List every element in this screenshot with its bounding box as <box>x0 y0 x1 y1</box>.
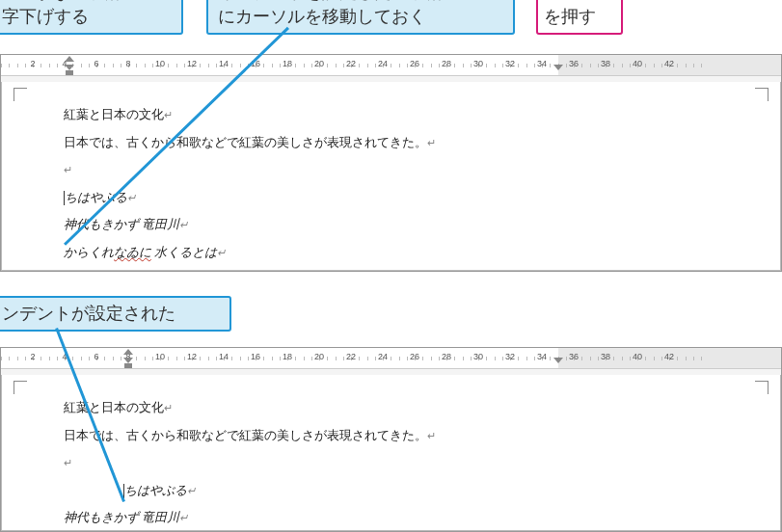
ruler-tick-8: 8 <box>121 59 136 68</box>
ruler-tick-14: 14 <box>216 352 231 361</box>
ruler-tick-20: 20 <box>311 352 327 361</box>
ruler-tick-6: 6 <box>89 352 104 361</box>
callout-box-1: Tab がない段落 字下げする <box>0 0 183 35</box>
page-corner-tl <box>13 88 27 101</box>
ruler-tick-40: 40 <box>630 352 645 361</box>
page-area-after[interactable]: 紅葉と日本の文化↵ 日本では、古くから和歌などで紅葉の美しさが表現されてきた。↵… <box>1 375 781 531</box>
ruler-tick-36: 36 <box>566 59 581 68</box>
ruler-tick-26: 26 <box>407 352 422 361</box>
ruler-tick-22: 22 <box>343 352 359 361</box>
callout-box-2: インデントを設定したい段落 にカーソルを移動しておく <box>206 0 515 35</box>
doc-paragraph-1-after: 日本では、古くから和歌などで紅葉の美しさが表現されてきた。↵ <box>64 422 751 450</box>
ruler-tick-20: 20 <box>311 59 327 68</box>
page-corner-tl-2 <box>13 381 27 394</box>
ruler-after[interactable]: 24681012141618202224262830323436384042 <box>1 348 781 369</box>
doc-poem-line-3: からくれなゐに 水くるとは↵ <box>64 239 751 267</box>
callout-box-4: ンデントが設定された <box>0 296 231 332</box>
ruler-tick-10: 10 <box>152 352 168 361</box>
ruler-tick-30: 30 <box>471 352 486 361</box>
ruler-first-line-indent-marker[interactable] <box>65 56 74 62</box>
ruler-tick-36: 36 <box>566 352 581 361</box>
doc-poem-line-2: 神代もきかず 竜田川↵ <box>64 211 751 239</box>
callout-2-line1: インデントを設定したい段落 <box>218 0 444 2</box>
ruler-tick-2: 2 <box>25 59 40 68</box>
page-corner-tr <box>755 88 769 101</box>
callout-3-line1: を押す <box>544 7 596 26</box>
ruler-tick-12: 12 <box>184 352 200 361</box>
ruler-left-indent-box[interactable] <box>66 70 73 75</box>
ruler-tick-18: 18 <box>280 352 295 361</box>
ruler-tick-14: 14 <box>216 59 231 68</box>
ruler-tick-10: 10 <box>152 59 168 68</box>
ruler-tick-6: 6 <box>89 59 104 68</box>
ruler-tick-24: 24 <box>375 352 391 361</box>
doc-blank-line: ↵ <box>64 156 751 184</box>
ruler-tick-40: 40 <box>630 59 645 68</box>
callout-2-line2: にカーソルを移動しておく <box>218 7 426 26</box>
callout-4-text: ンデントが設定された <box>2 304 175 323</box>
doc-title: 紅葉と日本の文化↵ <box>64 101 751 129</box>
ruler-right-indent-marker[interactable] <box>553 358 563 363</box>
ruler-tick-42: 42 <box>661 352 677 361</box>
ruler-tick-30: 30 <box>471 59 486 68</box>
ruler-tick-28: 28 <box>439 352 454 361</box>
doc-poem-line-2-after: 神代もきかず 竜田川↵ <box>64 504 751 532</box>
callout-1-line1: Tab がない段落 <box>2 0 121 2</box>
ruler-tick-22: 22 <box>343 59 359 68</box>
callout-box-3: X を押す <box>536 0 623 35</box>
ruler-tick-28: 28 <box>439 59 454 68</box>
ruler-tick-38: 38 <box>598 352 613 361</box>
doc-poem-line-1: ちはやぶる↵ <box>64 184 751 212</box>
ruler-tick-32: 32 <box>502 59 518 68</box>
ruler-tick-12: 12 <box>184 59 200 68</box>
page-area-before[interactable]: 紅葉と日本の文化↵ 日本では、古くから和歌などで紅葉の美しさが表現されてきた。↵… <box>1 82 781 271</box>
ruler-left-indent-box[interactable] <box>124 363 132 368</box>
ruler-right-indent-marker[interactable] <box>553 65 563 70</box>
document-window-before: 24681012141618202224262830323436384042 紅… <box>0 54 782 272</box>
ruler-tick-42: 42 <box>661 59 677 68</box>
ruler-first-line-indent-marker[interactable] <box>123 349 133 355</box>
ruler-tick-26: 26 <box>407 59 422 68</box>
document-window-after: 24681012141618202224262830323436384042 紅… <box>0 347 782 532</box>
ruler-before[interactable]: 24681012141618202224262830323436384042 <box>1 55 781 76</box>
ruler-tick-32: 32 <box>502 352 518 361</box>
ruler-tick-16: 16 <box>248 352 263 361</box>
ruler-tick-34: 34 <box>534 352 550 361</box>
page-corner-tr-2 <box>755 381 769 394</box>
ruler-tick-18: 18 <box>280 59 295 68</box>
ruler-tick-34: 34 <box>534 59 550 68</box>
ruler-tick-38: 38 <box>598 59 613 68</box>
doc-poem-line-1-after: ちはやぶる↵ <box>123 477 751 505</box>
doc-blank-line-2: ↵ <box>64 449 751 477</box>
ruler-tick-24: 24 <box>375 59 391 68</box>
doc-title-2: 紅葉と日本の文化↵ <box>64 394 751 422</box>
callout-1-line2: 字下げする <box>2 7 89 26</box>
ruler-tick-2: 2 <box>25 352 40 361</box>
